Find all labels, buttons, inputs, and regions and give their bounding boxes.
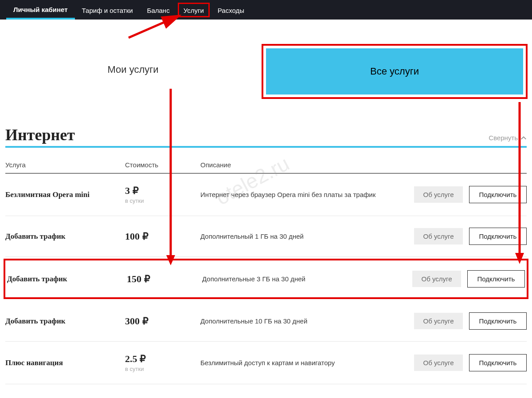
tab-all-services[interactable]: Все услуги [266, 48, 523, 95]
about-button[interactable]: Об услуге [414, 186, 463, 203]
nav-item[interactable]: Расходы [211, 1, 251, 19]
services-tabs: Мои услуги Все услуги [4, 44, 528, 99]
price-period: в сутки [125, 366, 200, 372]
collapse-label: Свернуть [489, 134, 518, 142]
section-internet: Интернет Свернуть Услуга Стоимость Описа… [0, 126, 532, 384]
connect-button[interactable]: Подключить [469, 186, 527, 203]
connect-button[interactable]: Подключить [469, 312, 527, 330]
top-nav: Личный кабинетТариф и остаткиБалансУслуг… [0, 0, 532, 20]
service-name: Плюс навигация [5, 359, 125, 367]
service-row: Добавить трафик300 ₽Дополнительные 10 ГБ… [5, 301, 527, 342]
nav-item[interactable]: Услуги [177, 2, 211, 18]
section-title: Интернет [5, 126, 75, 144]
service-description: Дополнительные 10 ГБ на 30 дней [200, 317, 403, 325]
annotation-box-nav: Услуги [178, 3, 210, 17]
about-button[interactable]: Об услуге [412, 271, 461, 287]
service-price: 150 ₽ [127, 273, 202, 285]
price-period: в сутки [125, 197, 200, 204]
service-price: 2.5 ₽в сутки [125, 353, 200, 372]
service-row: Безлимитная Opera mini3 ₽в суткиИнтернет… [5, 173, 527, 216]
collapse-toggle[interactable]: Свернуть [489, 134, 527, 144]
connect-button[interactable]: Подключить [467, 270, 525, 288]
service-name: Безлимитная Opera mini [5, 190, 125, 199]
nav-item[interactable]: Баланс [140, 1, 177, 19]
service-row: Плюс навигация2.5 ₽в суткиБезлимитный до… [5, 342, 527, 384]
service-row: Добавить трафик150 ₽Дополнительные 3 ГБ … [4, 259, 528, 299]
table-header: Услуга Стоимость Описание [5, 148, 527, 173]
nav-item[interactable]: Личный кабинет [6, 0, 75, 20]
connect-button[interactable]: Подключить [469, 354, 527, 371]
col-header-cost: Стоимость [125, 161, 200, 169]
tab-my-services[interactable]: Мои услуги [4, 44, 262, 99]
chevron-up-icon [520, 135, 527, 141]
annotation-box-all-services: Все услуги [262, 44, 528, 99]
service-name: Добавить трафик [7, 275, 127, 284]
service-name: Добавить трафик [5, 232, 125, 241]
col-header-service: Услуга [5, 161, 125, 169]
service-description: Дополнительный 1 ГБ на 30 дней [200, 232, 403, 240]
nav-item[interactable]: Тариф и остатки [75, 1, 140, 19]
service-description: Дополнительные 3 ГБ на 30 дней [202, 275, 401, 283]
service-price: 3 ₽в сутки [125, 185, 200, 204]
col-header-desc: Описание [200, 161, 403, 169]
about-button[interactable]: Об услуге [414, 313, 463, 329]
about-button[interactable]: Об услуге [414, 355, 463, 371]
service-name: Добавить трафик [5, 317, 125, 326]
service-description: Интернет через браузер Opera mini без пл… [200, 191, 403, 198]
connect-button[interactable]: Подключить [469, 228, 527, 245]
service-description: Безлимитный доступ к картам и навигатору [200, 359, 403, 366]
service-price: 300 ₽ [125, 315, 200, 327]
service-row: Добавить трафик100 ₽Дополнительный 1 ГБ … [5, 216, 527, 257]
about-button[interactable]: Об услуге [414, 228, 463, 244]
service-price: 100 ₽ [125, 231, 200, 242]
